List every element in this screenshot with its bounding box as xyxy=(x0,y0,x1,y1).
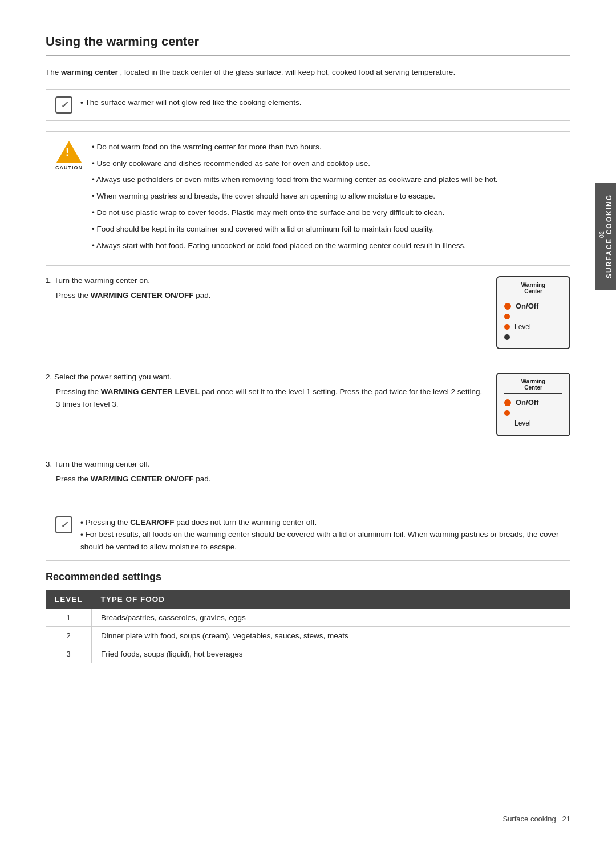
step-1-bold: WARMING CENTER ON/OFF xyxy=(91,291,194,299)
note-box-2: ✓ Pressing the CLEAR/OFF pad does not tu… xyxy=(46,509,570,561)
table-row-3: 3 Fried foods, soups (liquid), hot bever… xyxy=(46,645,570,663)
side-tab-number: 02 xyxy=(598,231,605,238)
caution-item-1: Use only cookware and dishes recommended… xyxy=(92,157,498,171)
step-2-text: 2. Select the power setting you want. Pr… xyxy=(46,373,496,410)
level-cell-3: 3 xyxy=(46,645,92,663)
dot-orange-sm-1 xyxy=(504,314,510,319)
diagram-1-row-onoff: On/Off xyxy=(504,302,562,310)
diagram-2-onoff-label: On/Off xyxy=(516,398,538,407)
diagram-2-row-onoff: On/Off xyxy=(504,398,562,407)
step-1-number: 1. xyxy=(46,276,52,285)
diagram-1-title: Warming Center xyxy=(504,282,562,297)
step-2-title-text: Select the power setting you want. xyxy=(54,373,172,381)
note-content-1: The surface warmer will not glow red lik… xyxy=(80,96,301,109)
note-content-2: Pressing the CLEAR/OFF pad does not turn… xyxy=(80,516,561,553)
diagram-1-row-level: Level xyxy=(504,323,562,331)
note2-bold-0: CLEAR/OFF xyxy=(130,518,174,527)
warming-diagram-1: Warming Center On/Off Level xyxy=(496,276,570,349)
diagram-2-title: Warming Center xyxy=(504,378,562,394)
step-1-sub-after: pad. xyxy=(194,291,211,299)
page-footer: Surface cooking _21 xyxy=(502,815,570,823)
step-3-text: 3. Turn the warming center off. Press th… xyxy=(46,460,570,485)
step-3-title-text: Turn the warming center off. xyxy=(54,460,150,468)
step-3-title: 3. Turn the warming center off. xyxy=(46,460,559,468)
intro-text-after: , located in the back center of the glas… xyxy=(118,68,455,76)
intro-paragraph: The warming center , located in the back… xyxy=(46,66,570,79)
table-row-1: 1 Breads/pastries, casseroles, gravies, … xyxy=(46,609,570,627)
caution-item-6: Always start with hot food. Eating uncoo… xyxy=(92,240,498,253)
side-tab-text: Surface Cooking xyxy=(605,194,613,278)
diagram-1-row-dot3 xyxy=(504,334,562,340)
step-row-2: 2. Select the power setting you want. Pr… xyxy=(46,373,570,448)
section-title: Using the warming center xyxy=(46,34,570,56)
step-2-sub: Pressing the WARMING CENTER LEVEL pad on… xyxy=(56,386,485,410)
caution-item-5: Food should be kept in its container and… xyxy=(92,223,498,236)
caution-box: CAUTION Do not warm food on the warming … xyxy=(46,131,570,266)
food-cell-2: Dinner plate with food, soups (cream), v… xyxy=(92,626,570,645)
note-box-1: ✓ The surface warmer will not glow red l… xyxy=(46,89,570,121)
step-2-title: 2. Select the power setting you want. xyxy=(46,373,485,381)
diagram-2-row-level: Level xyxy=(504,419,562,427)
note-item-1: The surface warmer will not glow red lik… xyxy=(80,96,301,109)
steps-section: 1. Turn the warming center on. Press the… xyxy=(46,276,570,497)
caution-item-4: Do not use plastic wrap to cover foods. … xyxy=(92,207,498,220)
diagram-2-row-dot2 xyxy=(504,410,562,416)
dot-orange-sm-3 xyxy=(504,410,510,416)
note-icon-2: ✓ xyxy=(55,516,72,533)
note-icon-1: ✓ xyxy=(55,96,72,114)
side-tab: 02 Surface Cooking xyxy=(595,183,616,290)
caution-triangle-icon xyxy=(56,141,82,163)
warming-diagram-2: Warming Center On/Off Level xyxy=(496,373,570,436)
food-cell-1: Breads/pastries, casseroles, gravies, eg… xyxy=(92,609,570,627)
level-cell-1: 1 xyxy=(46,609,92,627)
step-3-sub-after: pad. xyxy=(194,475,211,483)
caution-content: Do not warm food on the warming center f… xyxy=(92,141,498,257)
caution-item-2: Always use potholders or oven mitts when… xyxy=(92,173,498,187)
dot-orange-1 xyxy=(504,303,511,310)
table-header-food: TYPE OF FOOD xyxy=(92,590,570,609)
caution-icon: CAUTION xyxy=(55,141,83,171)
level-cell-2: 2 xyxy=(46,626,92,645)
step-1-sub: Press the WARMING CENTER ON/OFF pad. xyxy=(56,289,485,302)
table-row-2: 2 Dinner plate with food, soups (cream),… xyxy=(46,626,570,645)
settings-table: LEVEL TYPE OF FOOD 1 Breads/pastries, ca… xyxy=(46,590,570,663)
food-cell-3: Fried foods, soups (liquid), hot beverag… xyxy=(92,645,570,663)
recommended-title: Recommended settings xyxy=(46,571,570,583)
table-header-level: LEVEL xyxy=(46,590,92,609)
caution-item-0: Do not warm food on the warming center f… xyxy=(92,141,498,154)
diagram-2-level-label: Level xyxy=(514,419,531,427)
note2-item-0: Pressing the CLEAR/OFF pad does not turn… xyxy=(80,516,561,529)
step-1-title: 1. Turn the warming center on. xyxy=(46,276,485,285)
dot-orange-2 xyxy=(504,399,511,406)
step-2-number: 2. xyxy=(46,373,52,381)
step-3-bold: WARMING CENTER ON/OFF xyxy=(91,475,194,483)
warming-center-term: warming center xyxy=(61,68,118,76)
page-container: 02 Surface Cooking Using the warming cen… xyxy=(0,0,616,846)
diagram-1-level-label: Level xyxy=(514,323,531,331)
step-1-text: 1. Turn the warming center on. Press the… xyxy=(46,276,496,302)
diagram-1-row-dot2 xyxy=(504,314,562,319)
step-3-number: 3. xyxy=(46,460,52,468)
note2-item-1: For best results, all foods on the warmi… xyxy=(80,528,561,553)
step-1-title-text: Turn the warming center on. xyxy=(54,276,150,285)
step-2-bold: WARMING CENTER LEVEL xyxy=(101,387,200,396)
caution-label: CAUTION xyxy=(55,165,83,171)
step-row-3: 3. Turn the warming center off. Press th… xyxy=(46,460,570,497)
dot-orange-sm-2 xyxy=(504,324,510,330)
step-3-sub: Press the WARMING CENTER ON/OFF pad. xyxy=(56,473,559,485)
dot-dark-1 xyxy=(504,334,510,340)
step-row-1: 1. Turn the warming center on. Press the… xyxy=(46,276,570,361)
diagram-1-onoff-label: On/Off xyxy=(516,302,538,310)
caution-item-3: When warming pastries and breads, the co… xyxy=(92,190,498,203)
